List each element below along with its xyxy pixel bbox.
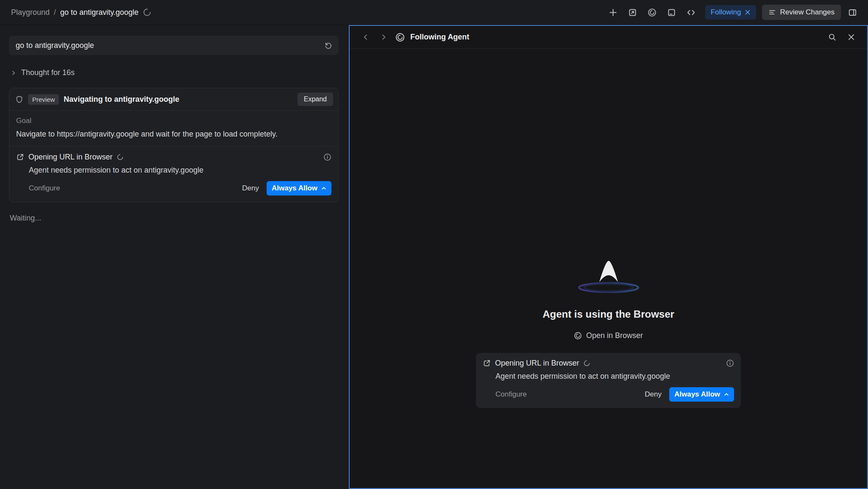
task-card: Preview Navigating to antigravity.google… <box>9 88 339 202</box>
always-allow-button[interactable]: Always Allow <box>267 181 331 196</box>
terminal-panel-icon <box>667 8 676 17</box>
goal-label: Goal <box>16 117 331 125</box>
browser-permission-card: Opening URL in Browser Agent needs permi… <box>476 353 741 408</box>
chevron-left-icon <box>362 34 369 41</box>
goal-text: Navigate to https://antigravity.google a… <box>16 129 331 140</box>
action-row: Opening URL in Browser <box>16 153 331 162</box>
chevron-right-icon <box>11 70 17 76</box>
plus-icon <box>609 8 618 17</box>
preview-badge: Preview <box>28 94 59 105</box>
breadcrumb-playground[interactable]: Playground <box>11 8 50 17</box>
antigravity-home-button[interactable] <box>644 5 660 20</box>
prompt-box <box>9 36 339 55</box>
action-title: Opening URL in Browser <box>28 153 112 162</box>
undo-icon <box>324 42 332 50</box>
always-allow-label: Always Allow <box>272 184 317 193</box>
thought-toggle[interactable]: Thought for 16s <box>9 68 339 77</box>
expand-button[interactable]: Expand <box>298 92 333 106</box>
review-changes-label: Review Changes <box>780 8 835 17</box>
task-card-title: Navigating to antigravity.google <box>64 95 292 104</box>
breadcrumb-separator: / <box>54 8 56 17</box>
info-icon[interactable] <box>323 153 331 161</box>
following-agent-title: Following Agent <box>410 33 820 42</box>
thought-label: Thought for 16s <box>21 68 75 77</box>
breadcrumb-current-task: go to antigravity.google <box>60 8 139 17</box>
action-title: Opening URL in Browser <box>495 359 579 368</box>
chevron-up-icon <box>724 392 729 397</box>
search-icon <box>828 33 836 41</box>
antigravity-browser-icon <box>574 332 582 340</box>
new-task-button[interactable] <box>605 5 621 20</box>
nav-forward-button[interactable] <box>377 31 390 44</box>
following-close-icon[interactable] <box>745 9 751 15</box>
permission-text: Agent needs permission to act on antigra… <box>29 166 331 175</box>
following-agent-panel: Following Agent <box>349 25 868 489</box>
open-in-browser-link[interactable]: Open in Browser <box>574 331 643 340</box>
external-link-icon <box>483 359 491 367</box>
close-icon <box>847 33 855 41</box>
action-spinner-icon <box>117 154 124 161</box>
code-brackets-icon <box>687 8 696 17</box>
main-split: Thought for 16s Preview Navigating to an… <box>0 25 868 489</box>
antigravity-logo-icon <box>648 8 657 17</box>
chevron-up-icon <box>321 186 326 191</box>
app-root: Playground / go to antigravity.google <box>0 0 868 489</box>
configure-link[interactable]: Configure <box>29 184 60 193</box>
agent-chat-panel: Thought for 16s Preview Navigating to an… <box>0 25 349 489</box>
configure-link[interactable]: Configure <box>495 390 527 399</box>
open-in-editor-icon <box>628 8 637 17</box>
antigravity-large-logo <box>562 255 655 299</box>
following-tab-label: Following <box>711 8 741 17</box>
shield-icon <box>15 95 23 103</box>
antigravity-agent-icon <box>395 33 405 42</box>
external-link-icon <box>16 153 24 161</box>
action-spinner-icon <box>583 360 590 367</box>
agent-browser-heading: Agent is using the Browser <box>542 308 674 320</box>
deny-button[interactable]: Deny <box>238 182 263 195</box>
chevron-right-icon <box>380 34 387 41</box>
topbar: Playground / go to antigravity.google <box>0 0 868 25</box>
toggle-right-sidebar-button[interactable] <box>844 5 860 20</box>
permission-controls: Configure Deny Always Allow <box>16 181 331 196</box>
prompt-input[interactable] <box>9 41 339 50</box>
always-allow-button[interactable]: Always Allow <box>669 387 734 402</box>
open-in-editor-button[interactable] <box>625 5 641 20</box>
waiting-status: Waiting... <box>9 214 339 223</box>
terminal-panel-button[interactable] <box>664 5 680 20</box>
following-tab[interactable]: Following <box>705 5 757 20</box>
goal-section: Goal Navigate to https://antigravity.goo… <box>9 111 338 146</box>
deny-button[interactable]: Deny <box>640 388 666 401</box>
following-agent-header: Following Agent <box>350 26 867 49</box>
review-changes-icon <box>768 8 776 16</box>
permission-controls: Configure Deny Always Allow <box>483 387 734 402</box>
open-in-browser-label: Open in Browser <box>586 331 643 340</box>
sidebar-layout-icon <box>848 8 857 17</box>
info-icon[interactable] <box>726 359 734 367</box>
action-row: Opening URL in Browser <box>483 359 734 368</box>
nav-back-button[interactable] <box>359 31 372 44</box>
code-view-button[interactable] <box>683 5 699 20</box>
always-allow-label: Always Allow <box>674 390 720 399</box>
task-card-header: Preview Navigating to antigravity.google… <box>9 88 338 110</box>
close-panel-button[interactable] <box>844 31 858 44</box>
breadcrumb: Playground / go to antigravity.google <box>11 8 151 17</box>
permission-text: Agent needs permission to act on antigra… <box>495 372 734 381</box>
undo-button[interactable] <box>322 39 334 52</box>
review-changes-button[interactable]: Review Changes <box>762 5 841 20</box>
browser-action-section: Opening URL in Browser Agent needs permi… <box>9 147 338 202</box>
following-agent-body: Agent is using the Browser Open in Brows… <box>350 49 867 488</box>
topbar-actions: Following Review Changes <box>605 5 860 20</box>
search-button[interactable] <box>825 31 839 44</box>
task-loading-spinner-icon <box>143 8 151 17</box>
